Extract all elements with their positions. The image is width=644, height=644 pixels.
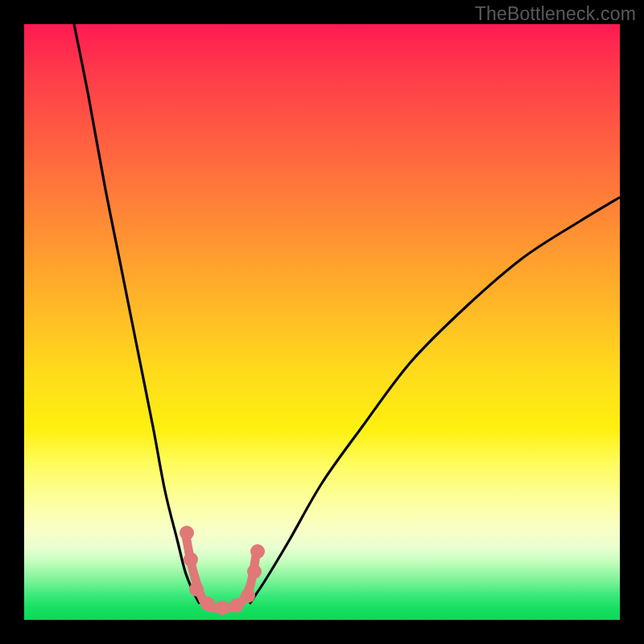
watermark-text: TheBottleneck.com	[475, 3, 636, 25]
valley-marker	[250, 544, 265, 559]
valley-marker	[247, 564, 262, 579]
valley-marker	[180, 526, 194, 540]
valley-marker	[184, 552, 198, 567]
plot-gradient-area	[24, 24, 620, 620]
curve-right-branch	[250, 197, 620, 604]
valley-marker	[215, 601, 229, 615]
curve-left-branch	[74, 24, 200, 604]
outer-frame: TheBottleneck.com	[0, 0, 644, 644]
valley-marker	[241, 588, 255, 603]
valley-marker	[229, 598, 244, 613]
valley-marker	[189, 582, 204, 597]
chart-svg	[24, 24, 620, 620]
valley-marker	[200, 597, 215, 611]
